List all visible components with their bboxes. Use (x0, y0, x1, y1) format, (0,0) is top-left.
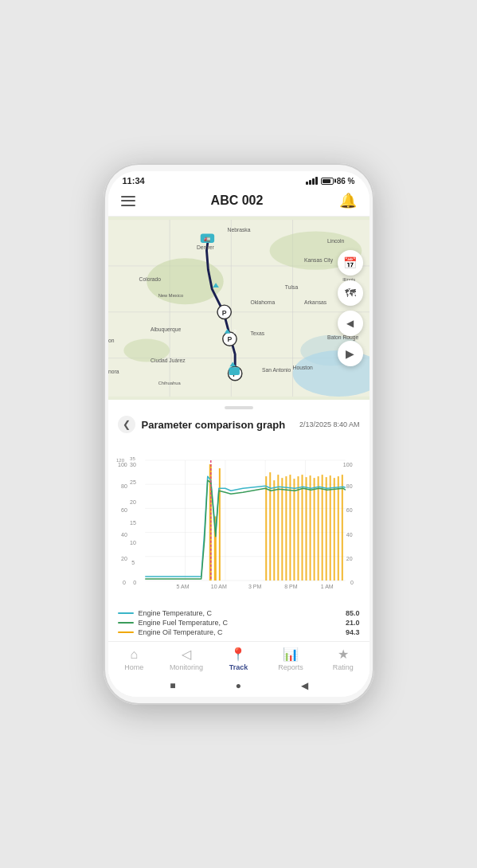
engine-temp-value: 85.0 (346, 609, 360, 617)
graph-legend: Engine Temperature, C 85.0 Engine Fuel T… (108, 606, 369, 641)
svg-rect-82 (281, 478, 283, 581)
home-icon: ⌂ (130, 647, 138, 662)
svg-rect-21 (229, 367, 240, 375)
svg-text:P: P (221, 309, 226, 317)
notifications-button[interactable]: 🔔 (339, 192, 357, 209)
svg-text:35: 35 (130, 456, 135, 461)
svg-text:Denver: Denver (196, 244, 214, 250)
svg-rect-86 (297, 476, 299, 581)
svg-text:10 AM: 10 AM (210, 584, 226, 589)
svg-rect-77 (218, 468, 220, 581)
map-view[interactable]: 🚛 P P 2 P Denver Albuquerque Ciudad Juár… (108, 217, 369, 400)
drag-handle (225, 406, 253, 409)
battery-icon (321, 178, 334, 185)
svg-text:0: 0 (350, 580, 353, 585)
svg-rect-89 (309, 475, 311, 581)
svg-text:60: 60 (346, 507, 352, 513)
svg-text:0: 0 (123, 580, 126, 585)
svg-text:Colorado: Colorado (139, 276, 161, 282)
fuel-temp-label: Engine Fuel Temperature, C (139, 619, 228, 627)
svg-rect-81 (277, 475, 279, 581)
graph-header: ❮ Parameter comparison graph 2/13/2025 8… (108, 412, 369, 435)
svg-text:120: 120 (116, 458, 125, 463)
fuel-temp-value: 21.0 (346, 619, 360, 627)
svg-text:25: 25 (130, 479, 136, 485)
graph-timestamp: 2/13/2025 8:40 AM (299, 420, 360, 428)
svg-text:80: 80 (346, 483, 352, 489)
app-header: ABC 002 🔔 (108, 187, 369, 217)
play-route-button[interactable]: ▶ (338, 341, 363, 366)
nav-home-label: Home (124, 663, 143, 671)
svg-text:nora: nora (108, 369, 119, 374)
android-home-button[interactable]: ● (232, 679, 244, 692)
back-button[interactable]: ❮ (118, 416, 135, 433)
svg-rect-85 (293, 479, 295, 581)
svg-rect-92 (321, 475, 323, 581)
svg-text:Albuquerque: Albuquerque (151, 326, 182, 333)
svg-text:Arkansas: Arkansas (304, 299, 327, 305)
svg-text:8 PM: 8 PM (284, 584, 298, 589)
svg-text:Lincoln: Lincoln (326, 238, 344, 244)
bottom-panel: ❮ Parameter comparison graph 2/13/2025 8… (108, 400, 369, 697)
svg-text:40: 40 (121, 532, 127, 538)
nav-monitoring[interactable]: ◁ Monitoring (160, 647, 213, 671)
svg-text:80: 80 (121, 483, 127, 489)
svg-text:20: 20 (130, 499, 136, 505)
calendar-button[interactable]: 📅 (338, 250, 363, 276)
svg-text:15: 15 (130, 520, 136, 526)
graph-title: Parameter comparison graph (142, 419, 286, 431)
page-title: ABC 002 (211, 194, 264, 208)
svg-text:Ciudad Juárez: Ciudad Juárez (151, 358, 186, 363)
svg-rect-88 (305, 477, 307, 581)
svg-text:1 AM: 1 AM (320, 584, 333, 589)
oil-temp-value: 94.3 (346, 628, 360, 636)
oil-temp-color (118, 631, 134, 633)
nav-reports-label: Reports (278, 663, 303, 671)
bottom-nav: ⌂ Home ◁ Monitoring 📍 Track 📊 Reports ★ (108, 641, 369, 674)
svg-rect-78 (265, 476, 267, 581)
svg-rect-96 (337, 476, 338, 581)
time-display: 11:34 (123, 176, 145, 186)
track-icon: 📍 (230, 647, 246, 662)
nav-rating[interactable]: ★ Rating (317, 647, 369, 671)
oil-temp-label: Engine Oil Temperature, C (139, 628, 223, 636)
legend-fuel-temp: Engine Fuel Temperature, C 21.0 (118, 619, 360, 627)
svg-text:60: 60 (121, 507, 127, 513)
svg-rect-83 (285, 476, 287, 581)
svg-text:2: 2 (233, 329, 237, 334)
svg-rect-93 (325, 477, 326, 581)
map-layers-button[interactable]: 🗺 (338, 280, 363, 306)
svg-rect-94 (329, 475, 330, 581)
navigate-button[interactable]: ◀ (338, 311, 363, 336)
android-back-button[interactable]: ◀ (298, 679, 311, 692)
svg-rect-87 (301, 475, 303, 581)
svg-text:100: 100 (342, 462, 352, 467)
svg-text:5: 5 (131, 560, 135, 565)
svg-text:Tulsa: Tulsa (284, 284, 298, 290)
svg-text:P: P (227, 335, 232, 343)
svg-text:New Mexico: New Mexico (158, 293, 182, 298)
android-recent-button[interactable]: ■ (166, 679, 179, 692)
svg-text:🚛: 🚛 (204, 235, 211, 242)
graph-area: 0 20 40 60 80 100 120 0 5 10 15 20 25 30 (108, 435, 369, 606)
map-controls: 📅 🗺 ◀ ▶ (338, 250, 363, 366)
svg-text:San Antonio: San Antonio (261, 367, 291, 373)
reports-icon: 📊 (283, 647, 299, 662)
nav-track[interactable]: 📍 Track (213, 647, 265, 671)
svg-text:100: 100 (118, 462, 127, 467)
battery-percent: 86 % (337, 177, 355, 186)
fuel-temp-color (118, 622, 134, 624)
nav-home[interactable]: ⌂ Home (108, 647, 161, 671)
status-bar: 11:34 86 % (108, 171, 369, 187)
svg-rect-91 (317, 476, 319, 581)
signal-icon (306, 177, 318, 185)
nav-monitoring-label: Monitoring (170, 663, 203, 671)
svg-rect-80 (273, 480, 275, 581)
svg-rect-97 (341, 475, 342, 581)
svg-rect-95 (333, 478, 334, 581)
rating-icon: ★ (338, 647, 349, 662)
svg-text:Chihuahua: Chihuahua (158, 381, 181, 385)
menu-button[interactable] (121, 196, 135, 206)
svg-text:0: 0 (133, 580, 136, 585)
nav-reports[interactable]: 📊 Reports (264, 647, 317, 671)
